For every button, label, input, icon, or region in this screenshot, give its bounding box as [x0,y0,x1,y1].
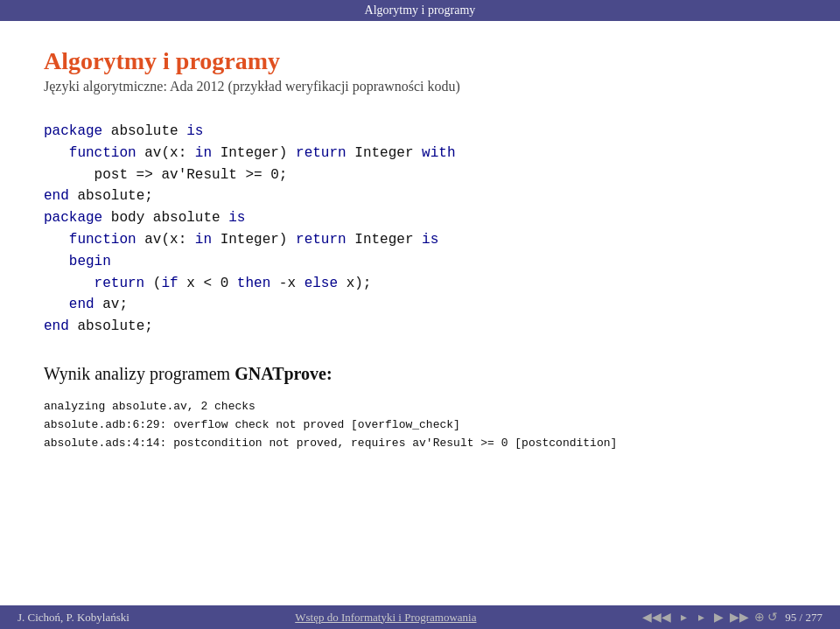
code-line: package absolute is [44,121,796,143]
main-content: Algorytmy i programy Języki algorytmiczn… [0,21,840,470]
bottom-bar: J. Cichoń, P. Kobylański Wstęp do Inform… [0,605,840,629]
nav-step-back-icon[interactable]: ▸ [677,610,691,625]
code-line: function av(x: in Integer) return Intege… [44,229,796,251]
nav-icons: ◀◀ ◀ ▸ ▸ ▶ ▶▶ ⊕ ↺ [642,610,779,625]
code-line: end av; [44,294,796,316]
wynik-section: Wynik analizy programem GNATprove: [44,364,796,384]
footer-link[interactable]: Wstęp do Informatyki i Programowania [295,611,476,625]
nav-last-icon[interactable]: ▶▶ [730,610,744,625]
analysis-line: absolute.adb:6:29: overflow check not pr… [44,416,796,435]
nav-step-fwd-icon[interactable]: ▸ [695,610,709,625]
wynik-tool: GNATprove: [234,364,332,383]
top-bar: Algorytmy i programy [0,0,840,21]
code-block: package absolute is function av(x: in In… [44,121,796,338]
analysis-line: analyzing absolute.av, 2 checks [44,398,796,416]
top-bar-title: Algorytmy i programy [365,3,476,17]
slide-subtitle: Języki algorytmiczne: Ada 2012 (przykład… [44,79,796,94]
analysis-line: absolute.ads:4:14: postcondition not pro… [44,435,796,453]
code-line: function av(x: in Integer) return Intege… [44,143,796,164]
code-line: end absolute; [44,316,796,338]
code-line: package body absolute is [44,207,796,229]
nav-first-icon[interactable]: ◀◀ [642,610,656,625]
wynik-label: Wynik analizy programem [44,364,234,383]
nav-extra-icons: ⊕ ↺ [754,610,779,625]
wynik-text: Wynik analizy programem GNATprove: [44,364,332,383]
code-line: post => av'Result >= 0; [44,164,796,186]
analysis-output: analyzing absolute.av, 2 checksabsolute.… [44,398,796,452]
code-line: return (if x < 0 then -x else x); [44,273,796,295]
code-line: end absolute; [44,185,796,207]
code-line: begin [44,251,796,273]
nav-next-icon[interactable]: ▶ [712,610,726,625]
footer-page: 95 / 277 [785,611,822,625]
nav-prev-icon[interactable]: ◀ [660,610,674,625]
slide-title: Algorytmy i programy [44,47,796,75]
footer-authors: J. Cichoń, P. Kobylański [18,611,130,625]
